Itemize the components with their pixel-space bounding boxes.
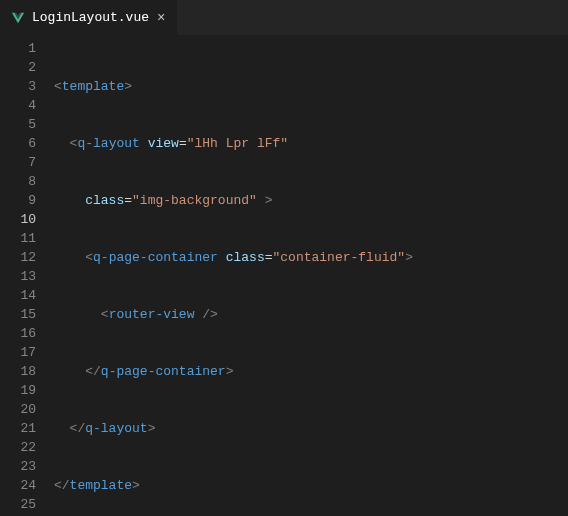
code-line: </q-layout> bbox=[50, 419, 568, 438]
line-number: 23 bbox=[0, 457, 36, 476]
line-number: 7 bbox=[0, 153, 36, 172]
tab-loginlayout[interactable]: LoginLayout.vue × bbox=[0, 0, 178, 35]
line-number: 25 bbox=[0, 495, 36, 514]
line-number: 8 bbox=[0, 172, 36, 191]
code-line: </q-page-container> bbox=[50, 362, 568, 381]
code-area[interactable]: <template> <q-layout view="lHh Lpr lFf" … bbox=[50, 35, 568, 516]
line-gutter: 1234567891011121314151617181920212223242… bbox=[0, 35, 50, 516]
code-line: </template> bbox=[50, 476, 568, 495]
code-line: class="img-background" > bbox=[50, 191, 568, 210]
line-number: 13 bbox=[0, 267, 36, 286]
close-icon[interactable]: × bbox=[155, 11, 167, 25]
tab-label: LoginLayout.vue bbox=[32, 10, 149, 25]
line-number: 3 bbox=[0, 77, 36, 96]
code-line: <q-page-container class="container-fluid… bbox=[50, 248, 568, 267]
editor-tabbar: LoginLayout.vue × bbox=[0, 0, 568, 35]
vue-icon bbox=[10, 10, 26, 26]
code-line: <template> bbox=[50, 77, 568, 96]
line-number: 21 bbox=[0, 419, 36, 438]
line-number: 20 bbox=[0, 400, 36, 419]
line-number: 2 bbox=[0, 58, 36, 77]
line-number: 5 bbox=[0, 115, 36, 134]
line-number: 1 bbox=[0, 39, 36, 58]
line-number: 19 bbox=[0, 381, 36, 400]
line-number: 6 bbox=[0, 134, 36, 153]
line-number: 12 bbox=[0, 248, 36, 267]
line-number: 24 bbox=[0, 476, 36, 495]
line-number: 15 bbox=[0, 305, 36, 324]
line-number: 22 bbox=[0, 438, 36, 457]
line-number: 17 bbox=[0, 343, 36, 362]
line-number: 18 bbox=[0, 362, 36, 381]
line-number: 14 bbox=[0, 286, 36, 305]
line-number: 4 bbox=[0, 96, 36, 115]
code-line: <q-layout view="lHh Lpr lFf" bbox=[50, 134, 568, 153]
line-number: 9 bbox=[0, 191, 36, 210]
line-number: 16 bbox=[0, 324, 36, 343]
line-number: 11 bbox=[0, 229, 36, 248]
line-number: 10 bbox=[0, 210, 36, 229]
code-line: <router-view /> bbox=[50, 305, 568, 324]
code-editor[interactable]: 1234567891011121314151617181920212223242… bbox=[0, 35, 568, 516]
